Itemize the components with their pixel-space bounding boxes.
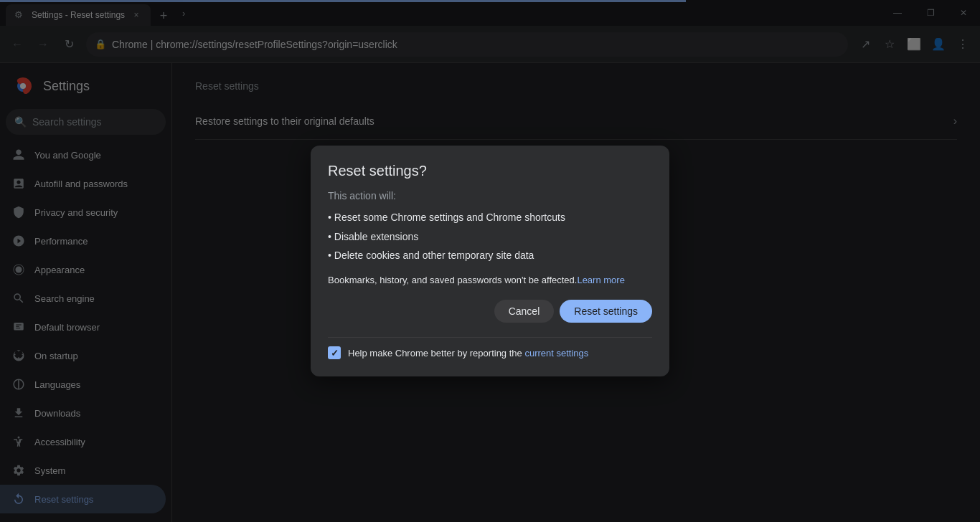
dialog-buttons: Cancel Reset settings	[328, 300, 652, 323]
dialog-overlay: Reset settings? This action will: Reset …	[0, 0, 980, 522]
checkbox-label-text: Help make Chrome better by reporting the	[348, 348, 524, 359]
dialog-action-item: Reset some Chrome settings and Chrome sh…	[328, 209, 652, 225]
reset-dialog: Reset settings? This action will: Reset …	[311, 146, 669, 377]
checkbox-label: Help make Chrome better by reporting the…	[348, 348, 588, 359]
dialog-action-item: Disable extensions	[328, 229, 652, 245]
dialog-footer: ✓ Help make Chrome better by reporting t…	[328, 337, 652, 359]
dialog-title: Reset settings?	[328, 163, 652, 179]
learn-more-link[interactable]: Learn more	[577, 275, 624, 285]
dialog-action-label: This action will:	[328, 188, 652, 204]
checkbox-check-icon: ✓	[331, 348, 339, 359]
current-settings-link[interactable]: current settings	[524, 348, 588, 359]
dialog-note: Bookmarks, history, and saved passwords …	[328, 275, 652, 285]
dialog-action-item: Delete cookies and other temporary site …	[328, 247, 652, 263]
reset-settings-button[interactable]: Reset settings	[560, 300, 652, 323]
dialog-note-text: Bookmarks, history, and saved passwords …	[328, 275, 577, 285]
report-checkbox[interactable]: ✓	[328, 346, 341, 359]
checkbox-wrapper: ✓ Help make Chrome better by reporting t…	[328, 346, 588, 359]
dialog-action-list: Reset some Chrome settings and Chrome sh…	[328, 209, 652, 263]
cancel-button[interactable]: Cancel	[494, 300, 555, 323]
dialog-body: This action will: Reset some Chrome sett…	[328, 188, 652, 264]
